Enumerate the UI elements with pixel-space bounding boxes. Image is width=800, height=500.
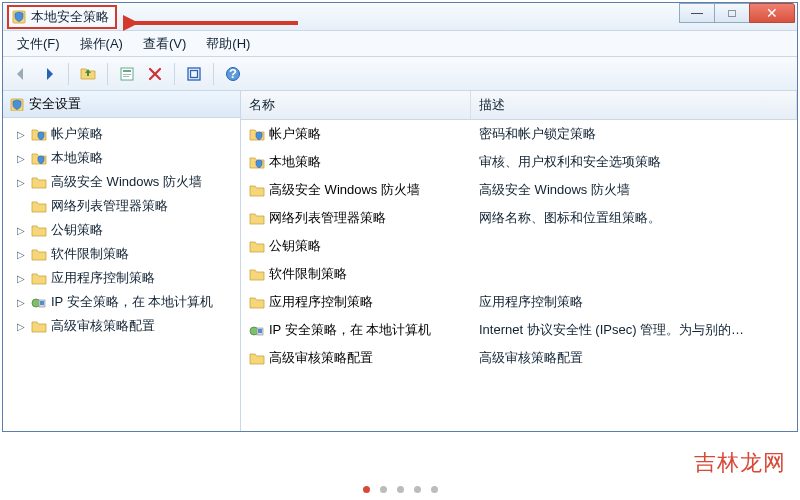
tree-item-label: 本地策略 — [51, 149, 103, 167]
cell-desc: 审核、用户权利和安全选项策略 — [471, 151, 797, 173]
folder-icon — [249, 267, 265, 281]
expander-icon[interactable]: ▷ — [15, 224, 27, 236]
expander-icon[interactable]: ▷ — [15, 176, 27, 188]
tree-item-label: 高级安全 Windows 防火墙 — [51, 173, 202, 191]
list-pane[interactable]: 名称 描述 帐户策略密码和帐户锁定策略本地策略审核、用户权利和安全选项策略高级安… — [241, 91, 797, 431]
list-row[interactable]: IP 安全策略，在 本地计算机Internet 协议安全性 (IPsec) 管理… — [241, 316, 797, 344]
toolbar-separator — [68, 63, 69, 85]
cell-name: IP 安全策略，在 本地计算机 — [241, 319, 471, 341]
maximize-button[interactable]: □ — [714, 3, 750, 23]
tree-item[interactable]: ▷高级审核策略配置 — [5, 314, 238, 338]
folder-icon — [31, 199, 47, 213]
expander-icon[interactable]: ▷ — [15, 128, 27, 140]
menubar: 文件(F) 操作(A) 查看(V) 帮助(H) — [3, 31, 797, 57]
tree-item-label: 网络列表管理器策略 — [51, 197, 168, 215]
column-header-desc[interactable]: 描述 — [471, 91, 797, 119]
folder-icon — [31, 151, 47, 165]
tree: ▷帐户策略▷本地策略▷高级安全 Windows 防火墙网络列表管理器策略▷公钥策… — [3, 118, 240, 342]
titlebar: 本地安全策略 — □ ✕ — [3, 3, 797, 31]
tree-item[interactable]: ▷帐户策略 — [5, 122, 238, 146]
row-name-label: 网络列表管理器策略 — [269, 209, 386, 227]
cell-desc: 密码和帐户锁定策略 — [471, 123, 797, 145]
folder-icon — [31, 295, 47, 309]
toolbar: ? — [3, 57, 797, 91]
carousel-dots — [0, 486, 800, 496]
folder-icon — [249, 295, 265, 309]
list-row[interactable]: 网络列表管理器策略网络名称、图标和位置组策略。 — [241, 204, 797, 232]
svg-text:?: ? — [229, 66, 237, 81]
column-header-name[interactable]: 名称 — [241, 91, 471, 119]
tree-item-label: 应用程序控制策略 — [51, 269, 155, 287]
cell-desc: 高级审核策略配置 — [471, 347, 797, 369]
tree-item[interactable]: ▷IP 安全策略，在 本地计算机 — [5, 290, 238, 314]
folder-icon — [31, 271, 47, 285]
folder-icon — [31, 175, 47, 189]
refresh-button[interactable] — [182, 62, 206, 86]
list-row[interactable]: 应用程序控制策略应用程序控制策略 — [241, 288, 797, 316]
cell-desc: 网络名称、图标和位置组策略。 — [471, 207, 797, 229]
expander-icon[interactable]: ▷ — [15, 152, 27, 164]
list-row[interactable]: 高级安全 Windows 防火墙高级安全 Windows 防火墙 — [241, 176, 797, 204]
tree-item-label: 软件限制策略 — [51, 245, 129, 263]
window-title: 本地安全策略 — [31, 8, 109, 26]
cell-desc — [471, 263, 797, 285]
forward-button[interactable] — [37, 62, 61, 86]
expander-icon[interactable]: ▷ — [15, 248, 27, 260]
cell-name: 高级审核策略配置 — [241, 347, 471, 369]
tree-item[interactable]: ▷公钥策略 — [5, 218, 238, 242]
cell-name: 应用程序控制策略 — [241, 291, 471, 313]
tree-item[interactable]: ▷软件限制策略 — [5, 242, 238, 266]
row-name-label: 公钥策略 — [269, 237, 321, 255]
expander-icon[interactable]: ▷ — [15, 296, 27, 308]
menu-file[interactable]: 文件(F) — [7, 31, 70, 57]
menu-view[interactable]: 查看(V) — [133, 31, 196, 57]
cell-name: 高级安全 Windows 防火墙 — [241, 179, 471, 201]
menu-action[interactable]: 操作(A) — [70, 31, 133, 57]
up-button[interactable] — [76, 62, 100, 86]
list-row[interactable]: 帐户策略密码和帐户锁定策略 — [241, 120, 797, 148]
svg-rect-10 — [191, 70, 198, 77]
close-button[interactable]: ✕ — [749, 3, 795, 23]
tree-root[interactable]: 安全设置 — [3, 91, 240, 118]
expander-icon[interactable]: ▷ — [15, 272, 27, 284]
svg-rect-8 — [123, 76, 129, 77]
back-button[interactable] — [9, 62, 33, 86]
row-name-label: 应用程序控制策略 — [269, 293, 373, 311]
tree-item[interactable]: ▷本地策略 — [5, 146, 238, 170]
shield-folder-icon — [249, 127, 265, 141]
toolbar-separator — [213, 63, 214, 85]
expander-icon[interactable] — [15, 200, 27, 212]
app-window: 本地安全策略 — □ ✕ 文件(F) 操作(A) 查看(V) 帮助(H) — [2, 2, 798, 432]
folder-icon — [31, 247, 47, 261]
properties-button[interactable] — [115, 62, 139, 86]
expander-icon[interactable]: ▷ — [15, 320, 27, 332]
security-root-icon — [9, 97, 25, 111]
cell-desc: 应用程序控制策略 — [471, 291, 797, 313]
row-name-label: 帐户策略 — [269, 125, 321, 143]
list-row[interactable]: 公钥策略 — [241, 232, 797, 260]
minimize-button[interactable]: — — [679, 3, 715, 23]
list-row[interactable]: 软件限制策略 — [241, 260, 797, 288]
cell-name: 软件限制策略 — [241, 263, 471, 285]
tree-item-label: 高级审核策略配置 — [51, 317, 155, 335]
list-body: 帐户策略密码和帐户锁定策略本地策略审核、用户权利和安全选项策略高级安全 Wind… — [241, 120, 797, 372]
delete-button[interactable] — [143, 62, 167, 86]
list-row[interactable]: 高级审核策略配置高级审核策略配置 — [241, 344, 797, 372]
window-controls: — □ ✕ — [680, 3, 795, 23]
menu-help[interactable]: 帮助(H) — [196, 31, 260, 57]
folder-icon — [31, 223, 47, 237]
tree-pane[interactable]: 安全设置 ▷帐户策略▷本地策略▷高级安全 Windows 防火墙网络列表管理器策… — [3, 91, 241, 431]
row-name-label: 软件限制策略 — [269, 265, 347, 283]
list-header: 名称 描述 — [241, 91, 797, 120]
cell-name: 公钥策略 — [241, 235, 471, 257]
row-name-label: IP 安全策略，在 本地计算机 — [269, 321, 431, 339]
toolbar-separator — [107, 63, 108, 85]
tree-item[interactable]: 网络列表管理器策略 — [5, 194, 238, 218]
cell-desc: 高级安全 Windows 防火墙 — [471, 179, 797, 201]
folder-icon — [249, 239, 265, 253]
tree-item[interactable]: ▷高级安全 Windows 防火墙 — [5, 170, 238, 194]
tree-item[interactable]: ▷应用程序控制策略 — [5, 266, 238, 290]
help-button[interactable]: ? — [221, 62, 245, 86]
app-icon — [11, 9, 27, 25]
list-row[interactable]: 本地策略审核、用户权利和安全选项策略 — [241, 148, 797, 176]
